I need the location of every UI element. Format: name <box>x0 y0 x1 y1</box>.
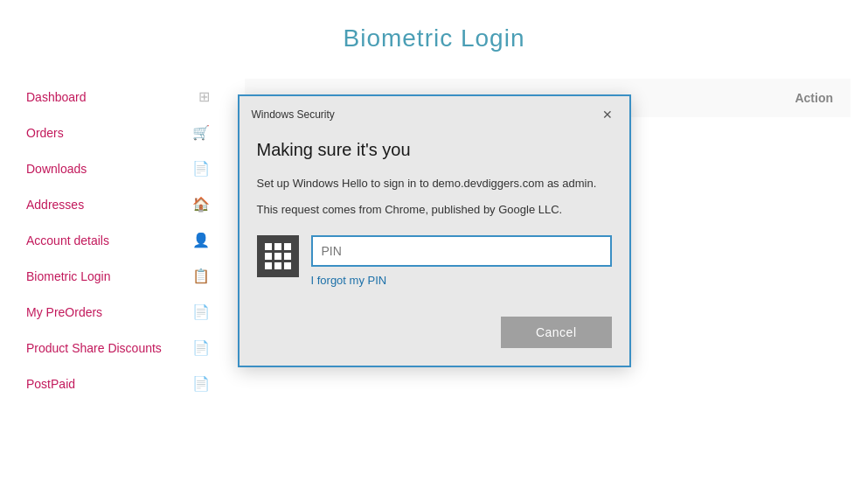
biometric-icon: 📋 <box>192 268 210 284</box>
sidebar-item-label: Account details <box>26 234 185 247</box>
dialog-title: Windows Security <box>252 108 335 121</box>
addresses-icon: 🏠 <box>192 196 210 213</box>
pin-dot <box>265 253 272 260</box>
orders-icon: 🛒 <box>192 124 210 141</box>
pin-dot <box>284 243 291 250</box>
page-title: Biometric Login <box>0 0 868 70</box>
dashboard-icon: ⊞ <box>198 88 210 105</box>
sidebar-item-label: Dashboard <box>26 90 191 104</box>
dialog-heading: Making sure it's you <box>257 138 612 161</box>
pin-icon-box <box>257 235 299 277</box>
sidebar-item-label: Biometric Login <box>26 269 185 283</box>
forgot-pin-button[interactable]: I forgot my PIN <box>311 274 612 287</box>
sidebar-item-label: Product Share Discounts <box>26 341 185 355</box>
sidebar-item-label: Orders <box>26 126 185 140</box>
sidebar-item-label: My PreOrders <box>26 305 185 319</box>
sidebar-item-account-details[interactable]: Account details 👤 <box>0 222 227 258</box>
pin-row: I forgot my PIN <box>257 235 612 287</box>
pin-dot <box>265 243 272 250</box>
pin-dot <box>274 253 281 260</box>
dialog-sub-description: This request comes from Chrome, publishe… <box>257 201 612 219</box>
pin-dot <box>265 262 272 269</box>
discounts-icon: 📄 <box>192 339 210 356</box>
sidebar: Dashboard ⊞ Orders 🛒 Downloads 📄 Address… <box>0 70 227 481</box>
sidebar-item-dashboard[interactable]: Dashboard ⊞ <box>0 79 227 115</box>
sidebar-item-label: PostPaid <box>26 377 185 391</box>
dialog-close-button[interactable]: ✕ <box>598 105 617 124</box>
windows-security-dialog: Windows Security ✕ Making sure it's you … <box>238 94 631 367</box>
postpaid-icon: 📄 <box>192 375 210 392</box>
sidebar-item-addresses[interactable]: Addresses 🏠 <box>0 186 227 222</box>
dialog-description: Set up Windows Hello to sign in to demo.… <box>257 175 612 192</box>
sidebar-item-product-share-discounts[interactable]: Product Share Discounts 📄 <box>0 330 227 366</box>
pin-input-col: I forgot my PIN <box>311 235 612 287</box>
sidebar-item-biometric-login[interactable]: Biometric Login 📋 <box>0 258 227 294</box>
pin-dot <box>284 262 291 269</box>
pin-dot <box>284 253 291 260</box>
dialog-footer: Cancel <box>240 317 629 366</box>
pin-grid-icon <box>265 243 291 269</box>
downloads-icon: 📄 <box>192 160 210 177</box>
sidebar-item-my-preorders[interactable]: My PreOrders 📄 <box>0 294 227 330</box>
account-icon: 👤 <box>192 232 210 248</box>
sidebar-item-label: Addresses <box>26 198 185 212</box>
pin-dot <box>274 243 281 250</box>
sidebar-item-label: Downloads <box>26 162 185 176</box>
pin-dot <box>274 262 281 269</box>
sidebar-item-postpaid[interactable]: PostPaid 📄 <box>0 366 227 401</box>
sidebar-item-downloads[interactable]: Downloads 📄 <box>0 150 227 186</box>
dialog-titlebar: Windows Security ✕ <box>240 96 629 129</box>
pin-input[interactable] <box>311 235 612 267</box>
preorders-icon: 📄 <box>192 303 210 320</box>
sidebar-item-orders[interactable]: Orders 🛒 <box>0 115 227 150</box>
cancel-button[interactable]: Cancel <box>501 317 612 348</box>
dialog-body: Making sure it's you Set up Windows Hell… <box>240 129 629 317</box>
